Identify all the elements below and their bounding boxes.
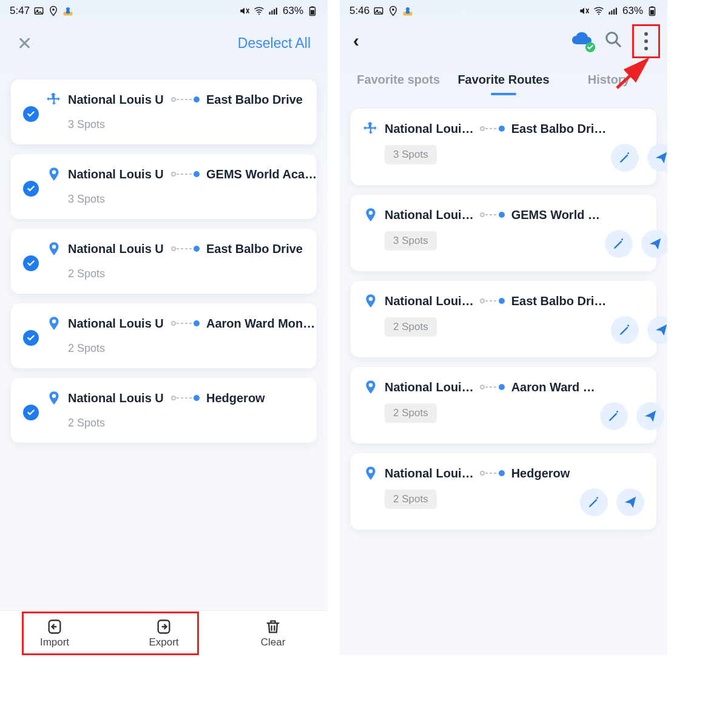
send-button[interactable]: [636, 402, 664, 430]
svg-point-37: [392, 8, 394, 11]
svg-rect-7: [269, 12, 270, 15]
svg-point-25: [52, 320, 56, 324]
route-connector-icon: [171, 245, 200, 252]
route-to: Hedgerow: [206, 391, 265, 405]
route-to: GEMS World Aca…: [206, 167, 317, 181]
svg-rect-9: [274, 9, 275, 15]
pin-icon: [46, 315, 62, 331]
checkbox-checked-icon[interactable]: [23, 106, 39, 122]
deselect-all-button[interactable]: Deselect All: [238, 35, 311, 52]
svg-rect-8: [271, 10, 272, 15]
edit-button[interactable]: [611, 144, 639, 172]
spot-count: 3 Spots: [68, 118, 305, 131]
route-from: National Loui…: [385, 467, 474, 480]
svg-point-71: [499, 470, 505, 476]
battery-icon: [647, 5, 658, 16]
route-to: GEMS World …: [511, 208, 600, 222]
status-bar: 5:47 63%: [0, 0, 328, 22]
svg-rect-12: [311, 7, 314, 8]
send-icon: [655, 323, 667, 337]
send-button[interactable]: [647, 316, 667, 344]
route-card[interactable]: National Louis U… East Balbo Drive 3 Spo…: [11, 79, 317, 144]
svg-point-21: [52, 245, 56, 249]
svg-line-51: [616, 42, 621, 47]
route-list: National Louis U… East Balbo Drive 3 Spo…: [0, 66, 328, 655]
checkbox-checked-icon[interactable]: [23, 255, 39, 271]
svg-rect-48: [650, 10, 654, 15]
svg-rect-5: [66, 10, 70, 13]
close-icon[interactable]: ✕: [17, 33, 32, 54]
svg-point-14: [172, 98, 175, 101]
phone-left: 5:47 63% ✕ Deselect All National Louis U…: [0, 0, 328, 655]
mute-icon: [579, 5, 590, 16]
back-icon[interactable]: ‹: [353, 30, 359, 51]
svg-rect-43: [611, 10, 612, 15]
spot-count: 2 Spots: [385, 490, 437, 509]
route-from: National Louis U…: [68, 242, 165, 256]
pencil-icon: [607, 410, 621, 423]
route-from: National Loui…: [385, 122, 474, 136]
battery-pct: 63%: [622, 5, 643, 17]
svg-point-6: [258, 13, 260, 15]
pin-icon: [46, 241, 62, 257]
spot-count: 3 Spots: [385, 145, 437, 164]
route-connector-icon: [480, 125, 505, 132]
svg-rect-42: [608, 12, 610, 15]
svg-point-26: [172, 322, 175, 325]
edit-button[interactable]: [580, 488, 608, 516]
svg-rect-47: [651, 7, 654, 8]
route-connector-icon: [480, 383, 505, 391]
route-card[interactable]: National Louis U… Aaron Ward Mon… 2 Spot…: [11, 303, 317, 368]
search-icon[interactable]: [604, 30, 622, 51]
pin-icon: [363, 293, 379, 309]
spot-count: 3 Spots: [68, 193, 317, 206]
picture-icon: [373, 5, 384, 16]
route-card[interactable]: National Loui… East Balbo Dri… 2 Spots: [351, 281, 656, 357]
phone-right: 5:46 63% ‹ Favorite spots Fa: [340, 0, 667, 655]
export-button[interactable]: Export: [109, 611, 218, 655]
status-bar: 5:46 63%: [340, 0, 667, 22]
edit-button[interactable]: [611, 316, 639, 344]
pin-icon: [363, 465, 379, 481]
route-to: East Balbo Dri…: [511, 294, 607, 308]
tab-history[interactable]: History: [556, 73, 661, 95]
route-card[interactable]: National Loui… East Balbo Dri… 3 Spots: [351, 109, 656, 185]
route-card[interactable]: National Loui… Aaron Ward … 2 Spots: [351, 367, 656, 443]
send-button[interactable]: [647, 144, 667, 172]
svg-point-24: [194, 246, 200, 252]
import-button[interactable]: Import: [0, 611, 109, 655]
status-time: 5:47: [10, 5, 30, 17]
svg-point-16: [194, 96, 200, 103]
tab-favorite-routes[interactable]: Favorite Routes: [451, 73, 556, 95]
route-card[interactable]: National Loui… GEMS World … 3 Spots: [351, 195, 656, 271]
pin-icon: [363, 207, 379, 223]
app-header: ‹: [340, 22, 667, 57]
route-card[interactable]: National Louis U… Hedgerow 2 Spots: [11, 378, 317, 443]
pin-icon: [46, 166, 62, 182]
cloud-sync-icon[interactable]: [570, 31, 593, 50]
route-card[interactable]: National Louis U… East Balbo Drive 2 Spo…: [11, 229, 317, 294]
edit-button[interactable]: [600, 402, 628, 430]
clear-button[interactable]: Clear: [218, 611, 328, 655]
checkbox-checked-icon[interactable]: [23, 405, 39, 420]
checkbox-checked-icon[interactable]: [23, 330, 39, 346]
picture-icon: [33, 5, 44, 16]
svg-point-30: [172, 396, 175, 400]
tab-favorite-spots[interactable]: Favorite spots: [346, 73, 451, 95]
send-button[interactable]: [641, 230, 667, 258]
checkbox-checked-icon[interactable]: [23, 181, 39, 197]
svg-point-29: [52, 394, 56, 399]
send-button[interactable]: [616, 488, 644, 516]
pencil-icon: [587, 496, 601, 509]
send-icon: [649, 237, 662, 251]
route-connector-icon: [480, 211, 505, 218]
route-card[interactable]: National Loui… Hedgerow 2 Spots: [351, 453, 656, 530]
import-icon: [46, 618, 63, 635]
edit-button[interactable]: [605, 230, 633, 258]
more-menu-button[interactable]: [632, 24, 660, 58]
route-connector-icon: [171, 170, 200, 178]
route-card[interactable]: National Louis U… GEMS World Aca… 3 Spot…: [11, 154, 317, 219]
wifi-icon: [593, 5, 604, 16]
status-time: 5:46: [349, 5, 369, 17]
svg-point-65: [480, 385, 484, 389]
